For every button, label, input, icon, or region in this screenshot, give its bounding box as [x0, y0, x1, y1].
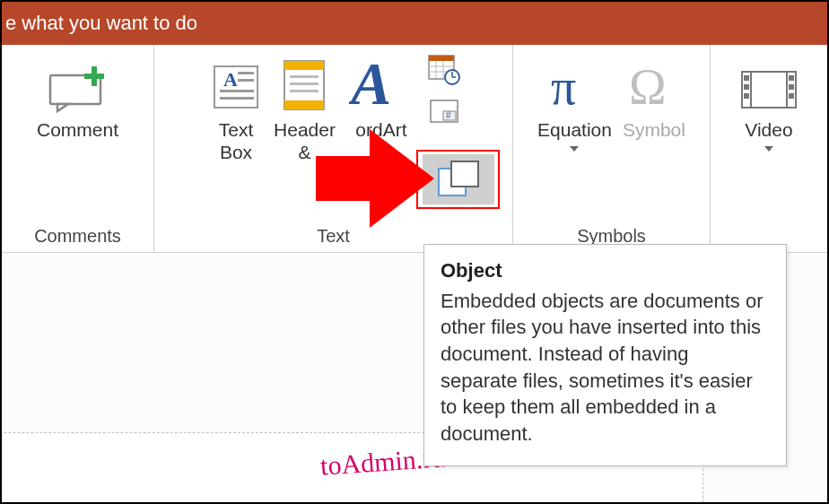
svg-rect-38	[789, 93, 794, 99]
svg-rect-10	[284, 61, 324, 70]
svg-rect-12	[290, 75, 319, 78]
svg-rect-2	[84, 74, 104, 79]
svg-rect-37	[789, 84, 794, 90]
group-comments-label: Comments	[34, 222, 121, 247]
svg-text:π: π	[551, 59, 576, 113]
group-text-label: Text	[317, 222, 350, 247]
svg-rect-40	[451, 161, 478, 187]
svg-rect-8	[220, 97, 254, 100]
svg-rect-35	[744, 93, 749, 99]
group-media: Video	[711, 45, 827, 252]
svg-rect-11	[284, 100, 324, 109]
object-button-highlight	[416, 150, 500, 209]
video-label: Video	[745, 118, 792, 141]
equation-button[interactable]: π Equation	[532, 52, 617, 152]
slide-number-button[interactable]: #	[425, 97, 463, 131]
tooltip-body: Embedded objects are documents or other …	[441, 288, 770, 448]
comment-label: Comment	[37, 118, 118, 141]
comment-icon	[45, 52, 111, 113]
group-symbols-label: Symbols	[577, 222, 646, 247]
equation-label: Equation	[537, 118, 612, 141]
equation-dropdown-icon	[570, 146, 579, 152]
object-icon	[435, 160, 482, 199]
wordart-dropdown-icon	[377, 146, 386, 152]
svg-rect-34	[744, 84, 749, 90]
tooltip-title: Object	[441, 257, 770, 284]
tell-me-bar[interactable]: e what you want to do	[2, 2, 827, 45]
svg-rect-17	[429, 56, 454, 61]
wordart-button[interactable]: A ordArt	[341, 52, 422, 163]
svg-rect-13	[290, 83, 319, 85]
svg-text:Ω: Ω	[629, 59, 667, 113]
symbol-label: Symbol	[623, 118, 685, 141]
wordart-icon: A	[349, 52, 414, 113]
video-button[interactable]: Video	[731, 52, 807, 152]
video-dropdown-icon	[764, 146, 773, 152]
svg-rect-6	[238, 79, 254, 82]
date-time-icon	[425, 52, 463, 86]
symbol-button: Ω Symbol	[617, 52, 691, 152]
object-tooltip: Object Embedded objects are documents or…	[423, 244, 787, 466]
svg-text:A: A	[223, 68, 238, 91]
textbox-label: Text Box	[219, 118, 254, 163]
textbox-icon: A	[209, 52, 263, 113]
symbol-icon: Ω	[625, 52, 683, 113]
svg-text:A: A	[349, 54, 391, 113]
textbox-button[interactable]: A Text Box	[204, 52, 268, 163]
header-label: Header &	[274, 118, 336, 163]
header-footer-button[interactable]: Header &	[268, 52, 341, 163]
svg-rect-33	[744, 75, 749, 81]
wordart-label: ordArt	[355, 118, 406, 141]
group-text: A Text Box	[154, 45, 513, 252]
svg-rect-5	[238, 72, 254, 74]
video-icon	[737, 52, 801, 113]
svg-text:#: #	[446, 110, 451, 120]
svg-rect-7	[220, 90, 254, 92]
svg-rect-14	[290, 90, 319, 92]
group-comments: Comment Comments	[2, 45, 154, 252]
group-symbols: π Equation Ω Symbol Symbols	[513, 45, 711, 252]
ribbon: Comment Comments A Text Box	[2, 45, 827, 253]
comment-button[interactable]: Comment	[31, 52, 124, 141]
object-button[interactable]	[423, 154, 494, 204]
tell-me-text: e what you want to do	[5, 12, 197, 35]
equation-icon: π	[545, 52, 603, 113]
header-icon	[279, 52, 329, 113]
date-time-button[interactable]	[425, 52, 463, 90]
slide-number-icon: #	[425, 97, 463, 127]
svg-rect-36	[789, 75, 794, 81]
